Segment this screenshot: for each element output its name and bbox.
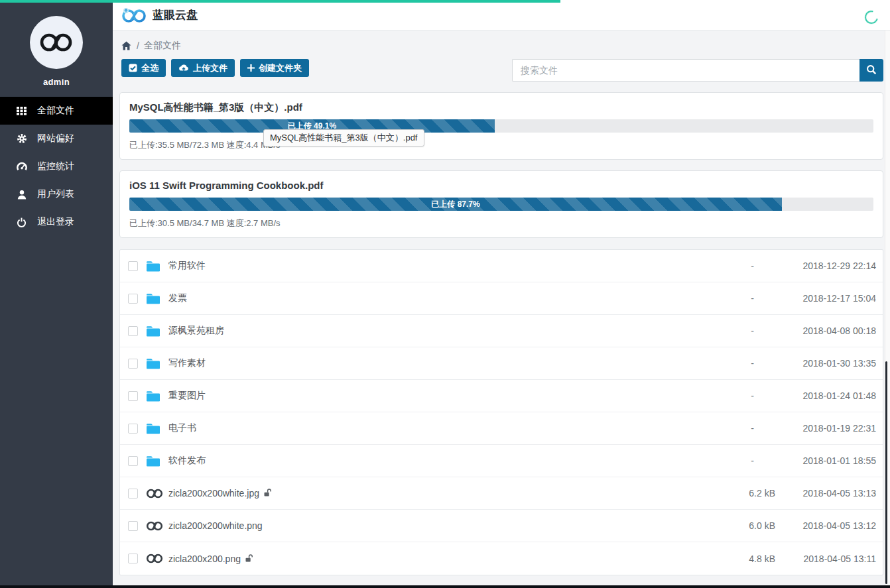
search-input[interactable]	[512, 59, 859, 82]
file-size: 6.2 kB	[722, 488, 775, 499]
file-date: 2018-01-19 22:31	[775, 423, 876, 434]
progress-label: 已上传 87.7%	[129, 199, 782, 210]
plus-icon	[247, 64, 255, 72]
file-row[interactable]: 源枫景苑租房 - 2018-04-08 00:18	[120, 315, 883, 347]
avatar[interactable]	[30, 16, 83, 69]
breadcrumb-separator: /	[137, 40, 139, 51]
image-file-logo-icon	[146, 553, 163, 564]
image-file-logo-icon	[146, 488, 163, 499]
username-label: admin	[43, 77, 70, 87]
file-row[interactable]: 软件发布 - 2018-01-01 18:55	[120, 445, 883, 477]
file-date: 2018-12-29 22:14	[775, 261, 876, 271]
row-checkbox[interactable]	[128, 489, 138, 499]
search-button[interactable]	[859, 59, 883, 82]
folder-icon	[146, 390, 160, 402]
file-date: 2018-01-30 13:35	[775, 358, 876, 369]
file-row[interactable]: 重要图片 - 2018-01-24 01:48	[120, 380, 883, 412]
folder-icon	[146, 423, 160, 434]
file-name[interactable]: 源枫景苑租房	[168, 325, 224, 337]
upload-cards: MySQL高性能书籍_第3版（中文）.pdf 已上传 49.1% 已上传:35.…	[119, 92, 883, 238]
upload-file-button[interactable]: 上传文件	[171, 59, 235, 77]
sidebar-item-logout[interactable]: 退出登录	[0, 208, 113, 236]
sidebar: admin 全部文件 网站偏好	[0, 0, 113, 585]
sidebar-item-user-list[interactable]: 用户列表	[0, 180, 113, 208]
power-icon	[16, 217, 27, 227]
file-date: 2018-12-17 15:04	[775, 293, 876, 304]
file-size: -	[722, 358, 775, 369]
sidebar-item-all-files[interactable]: 全部文件	[0, 97, 113, 125]
row-checkbox[interactable]	[128, 294, 138, 304]
file-row[interactable]: zicla200x200.png 4.8 kB 2018-04-05 13:11	[120, 542, 883, 575]
upload-file-name: iOS 11 Swift Programming Cookbook.pdf	[129, 179, 873, 192]
file-size: -	[722, 455, 775, 466]
home-icon[interactable]	[121, 41, 131, 50]
file-row[interactable]: zicla200x200white.png 6.0 kB 2018-04-05 …	[120, 510, 883, 542]
row-checkbox[interactable]	[128, 391, 138, 401]
file-date: 2018-04-05 13:13	[775, 488, 876, 499]
sidebar-nav: 全部文件 网站偏好 监控统计	[0, 97, 113, 236]
breadcrumb-current[interactable]: 全部文件	[144, 40, 181, 52]
upload-card: MySQL高性能书籍_第3版（中文）.pdf 已上传 49.1% 已上传:35.…	[119, 92, 883, 160]
file-name[interactable]: 写作素材	[168, 357, 206, 369]
progress-bar-track: 已上传 49.1%	[129, 119, 873, 133]
folder-icon	[146, 455, 160, 467]
sidebar-item-site-preferences[interactable]: 网站偏好	[0, 125, 113, 152]
file-row[interactable]: 常用软件 - 2018-12-29 22:14	[120, 250, 883, 282]
file-row[interactable]: 电子书 - 2018-01-19 22:31	[120, 412, 883, 445]
row-checkbox[interactable]	[128, 326, 138, 336]
scrollbar[interactable]	[885, 30, 890, 585]
file-size: 4.8 kB	[722, 554, 775, 564]
row-checkbox[interactable]	[128, 456, 138, 466]
file-name[interactable]: 软件发布	[168, 455, 206, 467]
file-date: 2018-01-01 18:55	[775, 455, 876, 466]
cloud-upload-icon	[178, 64, 189, 72]
file-date: 2018-04-08 00:18	[775, 325, 876, 336]
sidebar-item-label: 用户列表	[37, 188, 74, 200]
file-size: 6.0 kB	[722, 520, 775, 531]
file-date: 2018-04-05 13:12	[775, 520, 876, 531]
folder-icon	[146, 261, 160, 272]
file-list: 常用软件 - 2018-12-29 22:14 发票	[119, 249, 883, 575]
file-date: 2018-04-05 13:11	[775, 554, 876, 564]
file-row[interactable]: 写作素材 - 2018-01-30 13:35	[120, 347, 883, 380]
folder-icon	[146, 358, 160, 369]
file-row[interactable]: zicla200x200white.jpg 6.2 kB 2018-04-05 …	[120, 477, 883, 510]
file-name[interactable]: 电子书	[168, 422, 196, 434]
gauge-icon	[16, 161, 27, 172]
row-checkbox[interactable]	[128, 261, 138, 271]
check-square-icon	[129, 64, 137, 72]
file-name[interactable]: 常用软件	[168, 260, 206, 272]
search-icon	[866, 64, 877, 77]
row-checkbox[interactable]	[128, 554, 138, 563]
progress-bar-fill: 已上传 87.7%	[129, 198, 782, 211]
image-file-logo-icon	[146, 520, 163, 532]
file-name[interactable]: 重要图片	[168, 390, 206, 402]
upload-file-name: MySQL高性能书籍_第3版（中文）.pdf	[129, 101, 873, 114]
file-name[interactable]: zicla200x200white.png	[168, 520, 263, 531]
file-size: -	[722, 293, 775, 304]
file-name[interactable]: 发票	[168, 292, 187, 304]
upload-status-text: 已上传:30.5 MB/34.7 MB 速度:2.7 MB/s	[129, 217, 873, 229]
row-checkbox[interactable]	[128, 359, 138, 369]
row-checkbox[interactable]	[128, 521, 138, 531]
scrollbar-thumb[interactable]	[885, 361, 887, 584]
file-name[interactable]: zicla200x200white.jpg	[168, 488, 259, 499]
upload-tooltip: MySQL高性能书籍_第3版（中文）.pdf	[263, 129, 424, 147]
app-logo-icon[interactable]	[121, 6, 147, 25]
create-folder-label: 创建文件夹	[259, 62, 302, 74]
file-name[interactable]: zicla200x200.png	[168, 554, 241, 564]
file-row[interactable]: 发票 - 2018-12-17 15:04	[120, 282, 883, 315]
folder-icon	[146, 293, 160, 304]
sidebar-item-label: 网站偏好	[37, 133, 74, 145]
upload-status-text: 已上传:35.5 MB/72.3 MB 速度:4.4 MB/s	[129, 139, 873, 151]
progress-bar-track: 已上传 87.7%	[129, 198, 873, 211]
create-folder-button[interactable]: 创建文件夹	[240, 59, 309, 77]
upload-card: iOS 11 Swift Programming Cookbook.pdf 已上…	[119, 170, 883, 238]
select-all-button[interactable]: 全选	[121, 59, 166, 77]
sidebar-item-label: 全部文件	[37, 105, 74, 117]
folder-icon	[146, 325, 160, 337]
sidebar-item-monitor-stats[interactable]: 监控统计	[0, 152, 113, 180]
row-checkbox[interactable]	[128, 424, 138, 434]
file-size: -	[722, 325, 775, 336]
select-all-label: 全选	[141, 62, 159, 74]
